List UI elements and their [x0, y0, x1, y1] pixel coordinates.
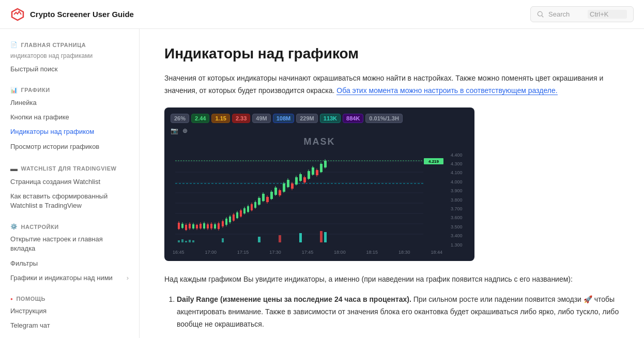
svg-rect-96	[192, 240, 194, 242]
sidebar-item-filters[interactable]: Фильтры	[0, 256, 139, 271]
main-section-icon: 📄	[10, 41, 18, 48]
sidebar-item-charts-indicators[interactable]: Графики и индикаторы над ними ›	[0, 271, 139, 285]
charts-section-icon: 📊	[10, 87, 18, 94]
sidebar: 📄 ГЛАВНАЯ СТРАНИЦА индикаторов над графи…	[0, 29, 140, 338]
page-title: Индикаторы над графиком	[164, 45, 619, 62]
search-shortcut: Ctrl+K	[588, 10, 627, 19]
badge-v2: 1.15	[211, 114, 229, 123]
sidebar-item-insert-watchlist[interactable]: Как вставить сформированный Watchlist в …	[0, 189, 139, 213]
settings-section-label: НАСТРОЙКИ	[21, 224, 59, 230]
sidebar-item-ruler[interactable]: Линейка	[0, 96, 139, 110]
sidebar-section-settings: ⚙️ НАСТРОЙКИ	[0, 219, 139, 232]
main-section-label: ГЛАВНАЯ СТРАНИЦА	[21, 42, 86, 48]
badge-pct: 26%	[171, 114, 189, 123]
sidebar-item-buttons[interactable]: Кнопки на графике	[0, 110, 139, 125]
crosshair-icon: ⊕	[182, 127, 188, 134]
intro-paragraph: Значения от которых индикаторы начинают …	[164, 72, 619, 97]
badge-v8: 884K	[343, 114, 363, 123]
sidebar-section-watchlist: ▬ WATCHLIST ДЛЯ TRADINGVIEW	[0, 160, 139, 175]
chevron-right-icon: ›	[127, 273, 129, 283]
logo-icon	[10, 7, 25, 22]
svg-text:4.219: 4.219	[428, 159, 439, 164]
sidebar-item-indicators[interactable]: Индикаторы над графиком	[0, 125, 139, 139]
sidebar-section-main: 📄 ГЛАВНАЯ СТРАНИЦА	[0, 37, 139, 50]
sidebar-item-telegram[interactable]: Telegram чат	[0, 318, 139, 333]
header: Crypto Screener User Guide Search Ctrl+K	[0, 0, 644, 29]
x-axis: 16:45 17:00 17:15 17:30 17:45 18:00 18:1…	[171, 249, 444, 255]
badge-v5: 108M	[273, 114, 295, 123]
svg-rect-97	[222, 238, 224, 242]
settings-section-icon: ⚙️	[10, 223, 18, 230]
sidebar-item-open-settings[interactable]: Открытие настроек и главная вкладка	[0, 232, 139, 256]
list-item-1-title: Daily Range (изменение цены за последние…	[177, 295, 411, 303]
badge-v3: 2.33	[232, 114, 250, 123]
svg-point-1	[538, 11, 542, 16]
svg-line-2	[542, 16, 543, 17]
svg-rect-94	[185, 241, 187, 242]
list-item-1: Daily Range (изменение цены за последние…	[177, 294, 619, 330]
badge-v7: 113K	[320, 114, 341, 123]
svg-rect-99	[279, 235, 281, 242]
badge-v9: 0.01%/1.3H	[365, 114, 402, 123]
sidebar-item-quick-search[interactable]: Быстрый поиск	[0, 62, 139, 76]
chart-container: 26% 2.44 1.15 2.33 49M 108M 229M 113K 88…	[164, 107, 474, 261]
charts-section-label: ГРАФИКИ	[21, 87, 50, 93]
sidebar-item-history[interactable]: Просмотр истории графиков	[0, 140, 139, 154]
svg-rect-98	[258, 237, 260, 242]
help-section-icon: ●	[10, 297, 13, 301]
sidebar-section-charts: 📊 ГРАФИКИ	[0, 83, 139, 96]
svg-rect-102	[324, 232, 327, 242]
chart-area: 4.219 4.400 4.300 4.100 4.000 3.900 3.80…	[171, 151, 468, 249]
search-placeholder: Search	[548, 10, 584, 18]
sidebar-section-help: ● ПОМОЩЬ	[0, 291, 139, 304]
svg-rect-100	[299, 233, 302, 242]
header-left: Crypto Screener User Guide	[10, 7, 134, 22]
badge-v6: 229M	[296, 114, 318, 123]
svg-rect-93	[181, 239, 183, 242]
chart-badges: 26% 2.44 1.15 2.33 49M 108M 229M 113K 88…	[171, 114, 468, 123]
watchlist-section-label: WATCHLIST ДЛЯ TRADINGVIEW	[21, 165, 117, 172]
main-content: Индикаторы над графиком Значения от кото…	[140, 29, 644, 338]
chart-title: MASK	[171, 136, 468, 147]
settings-link[interactable]: Оба этих момента можно настроить в соотв…	[336, 86, 557, 95]
app-title: Crypto Screener User Guide	[30, 10, 134, 19]
screenshot-icon: 📷	[171, 127, 178, 134]
search-box[interactable]: Search Ctrl+K	[530, 6, 634, 22]
sidebar-item-instructions[interactable]: Инструкция	[0, 304, 139, 318]
badge-v1: 2.44	[191, 114, 209, 123]
help-section-label: ПОМОЩЬ	[16, 296, 45, 302]
sidebar-main-sub: индикаторов над графиками	[0, 50, 139, 62]
badge-v4: 49M	[252, 114, 270, 123]
layout: 📄 ГЛАВНАЯ СТРАНИЦА индикаторов над графи…	[0, 29, 644, 338]
svg-rect-101	[320, 231, 323, 242]
chart-svg: 4.219	[171, 151, 449, 247]
y-axis: 4.400 4.300 4.100 4.000 3.900 3.800 3.70…	[449, 151, 468, 249]
body-text: Над каждым графиком Вы увидите индикатор…	[164, 273, 619, 286]
search-icon	[537, 11, 544, 18]
svg-rect-95	[189, 240, 191, 242]
sidebar-item-create-watchlist[interactable]: Страница создания Watchlist	[0, 175, 139, 189]
watchlist-section-icon: ▬	[10, 164, 18, 173]
svg-rect-92	[178, 240, 180, 242]
indicators-list: Daily Range (изменение цены за последние…	[164, 294, 619, 338]
